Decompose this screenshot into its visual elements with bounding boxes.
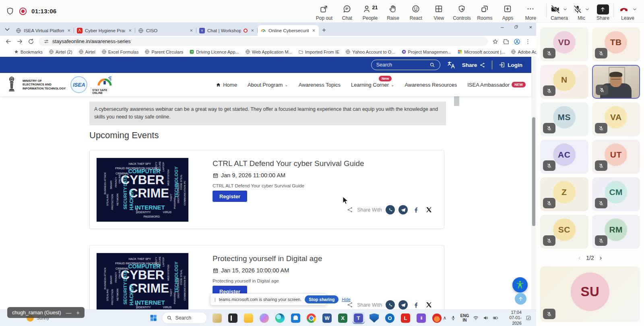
leave-chevron-icon[interactable] [632,6,638,12]
outlook-icon[interactable]: O [384,312,396,324]
nav-awareness-resources[interactable]: Awareness Resources [405,82,457,88]
teams-react-button[interactable]: React [405,1,427,21]
nav-isea-ambassador[interactable]: ISEA Ambassador NEW [467,82,526,88]
x-twitter-icon[interactable] [424,300,433,309]
search-icon[interactable] [429,62,435,68]
tab-close-icon[interactable]: × [311,27,316,33]
accessibility-button[interactable] [512,277,528,293]
copilot-icon[interactable] [258,312,270,324]
participant-tile-tb[interactable]: TB [592,27,640,61]
x-twitter-icon[interactable] [424,205,433,214]
start-button-icon[interactable] [149,313,158,323]
banner-drag-handle[interactable]: || [214,297,216,302]
mic-chevron-icon[interactable] [584,6,590,12]
whatsapp-icon[interactable] [386,205,395,214]
login-button[interactable]: Login [499,62,525,68]
tab-close-icon[interactable]: × [250,27,255,33]
mic-button[interactable]: Mic [573,1,590,21]
browser-tab-cyber-hygiene-practices-ncs[interactable]: Cyber Hygiene Practices -NCS... × [74,25,135,36]
facebook-icon[interactable] [411,205,421,214]
participant-tile-rm[interactable]: RM [592,215,640,249]
collapse-icon[interactable]: — [66,309,72,316]
teams-chat-button[interactable]: Chat [336,1,359,21]
profile-avatar-icon[interactable] [514,38,520,45]
bookmark-microsoft-account[interactable]: Microsoft account |... [455,49,507,54]
bookmark-imported-from-ie[interactable]: Imported From IE [296,49,342,54]
defender-icon[interactable] [368,312,380,324]
restore-button[interactable] [514,24,518,30]
site-settings-icon[interactable] [43,39,49,44]
telegram-icon[interactable] [398,205,408,214]
bookmark-bookmarks[interactable]: Bookmarks [12,49,45,54]
excel-icon[interactable]: X [337,312,349,324]
scrollbar-thumb[interactable] [532,117,535,226]
teams-pop-out-button[interactable]: Pop out [313,1,336,21]
bookmark-yahoo-account-to-o[interactable]: Yahoo Account to O... [343,49,397,54]
browser-tab-online-cybersecurity-awarenes[interactable]: Online Cybersecurity Awarenes... × [258,25,319,36]
whatsapp-icon[interactable] [386,300,395,309]
battery-icon[interactable] [493,315,498,321]
widgets-icon[interactable] [211,312,223,324]
participant-tile-ut[interactable]: UT [592,140,640,174]
participant-tile-n[interactable]: N [540,65,588,99]
participant-tile-va[interactable]: VA [592,102,640,136]
l-app-icon[interactable]: L [400,312,412,324]
site-share-button[interactable]: Share [462,62,486,68]
people-app-icon[interactable]: ii [415,312,427,324]
word-icon[interactable]: W [321,312,333,324]
store-icon[interactable] [290,312,302,324]
teams-apps-button[interactable]: Apps [496,1,519,21]
notebook-icon[interactable] [227,312,239,324]
bookmark-parent-circulars[interactable]: Parent Circulars [142,49,185,54]
browser-menu-icon[interactable] [524,38,531,45]
teams-people-button[interactable]: 21 People [359,1,382,21]
edge-icon[interactable] [274,312,286,324]
stop-sharing-button[interactable]: Stop sharing [305,295,339,303]
bookmark-airtel-2[interactable]: Airtel (2) [47,49,74,54]
prev-page-icon[interactable]: ‹ [578,254,580,262]
expand-icon[interactable]: + [76,309,80,316]
telegram-icon[interactable] [398,300,408,309]
tab-search-chevron-icon[interactable] [3,25,11,33]
browser-tab-chat-workshop-on-cyber[interactable]: T Chat | Workshop on Cyber... × [196,25,258,36]
teams-raise-button[interactable]: Raise [382,1,405,21]
forward-button-icon[interactable] [16,38,23,45]
extensions-icon[interactable] [503,38,510,45]
spotlight-participant-tile[interactable]: SU [540,266,640,322]
address-bar[interactable]: staysafeonline.in/awareness-series [39,37,488,46]
register-button[interactable]: Register [213,191,247,202]
participant-tile-ac[interactable]: AC [540,140,588,174]
notification-center-icon[interactable] [526,315,531,321]
chrome-icon[interactable] [305,312,318,324]
taskbar-clock[interactable]: 17:04 07-01-2026 [502,310,522,326]
tray-mic-icon[interactable] [450,315,456,321]
site-search-input[interactable]: Search [371,60,440,70]
browser-tab-ciso[interactable]: CISO × [135,25,196,36]
tab-close-icon[interactable]: × [189,27,194,33]
bookmark-star-icon[interactable] [492,38,499,45]
nav-learning-corner[interactable]: Learning Corner ⌄ New [351,82,394,88]
participant-tile-cm[interactable]: CM [592,177,640,211]
taskbar-search-input[interactable]: Search [162,312,207,324]
tab-close-icon[interactable]: × [66,27,71,33]
teams-controls-button[interactable]: Controls [450,1,473,21]
bookmark-excel-formulas[interactable]: Excel Formulas [99,49,141,54]
wifi-icon[interactable] [473,315,479,321]
tray-chevron-icon[interactable]: ∧ [443,315,447,321]
language-indicator[interactable]: ENG IN [460,314,469,323]
close-button[interactable]: × [529,24,532,30]
speaker-icon[interactable] [483,315,489,321]
new-tab-button[interactable]: + [322,26,326,34]
bookmark-web-application-m[interactable]: Web Application M... [243,49,294,54]
share-screen-button[interactable]: Share [597,1,609,21]
camera-button[interactable]: Camera [551,1,568,21]
teams-more-button[interactable]: More [519,1,542,21]
next-page-icon[interactable]: › [600,254,602,262]
nav-home[interactable]: Home [216,82,237,88]
participant-tile-ms[interactable]: MS [540,102,588,136]
teams-view-button[interactable]: View [427,1,450,21]
participant-tile-vd[interactable]: VD [540,27,588,61]
file-explorer-icon[interactable] [243,312,255,324]
translate-icon[interactable] [447,60,456,69]
camera-chevron-icon[interactable] [562,6,568,12]
